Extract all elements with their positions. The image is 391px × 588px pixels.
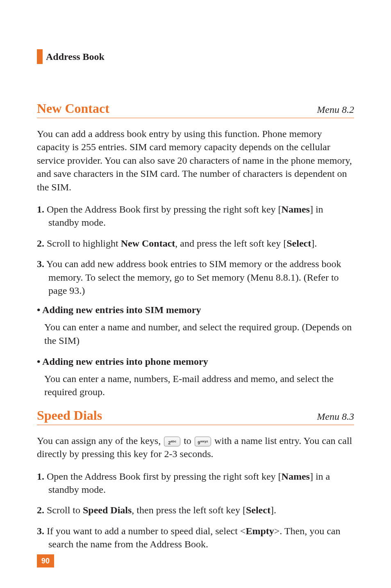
bullet-body: You can enter a name, numbers, E-mail ad…	[37, 372, 354, 399]
menu-item-name: Speed Dials	[83, 505, 132, 515]
section-title: Speed Dials	[37, 408, 102, 423]
step-text: , then press the left soft key [	[132, 505, 246, 515]
intro-text: to	[184, 435, 194, 446]
step-text: Open the Address Book first by pressing …	[44, 471, 282, 482]
placeholder-name: Empty	[246, 526, 274, 536]
softkey-name: Names	[282, 471, 310, 482]
page-number: 90	[37, 554, 54, 567]
step-text: Scroll to highlight	[44, 238, 121, 249]
menu-reference: Menu 8.3	[317, 411, 354, 422]
step-number: 1.	[37, 204, 44, 215]
step-text: , and press the left soft key [	[175, 238, 286, 249]
chapter-header: Address Book	[37, 49, 354, 64]
section-header-speed-dials: Speed Dials Menu 8.3	[37, 408, 354, 425]
intro-paragraph: You can add a address book entry by usin…	[37, 127, 354, 194]
keypad-2-icon: 2abc	[164, 437, 180, 446]
list-item: 1. Open the Address Book first by pressi…	[37, 203, 354, 229]
step-number: 3.	[37, 526, 44, 536]
bullet-heading: • Adding new entries into phone memory	[37, 356, 354, 367]
softkey-name: Names	[282, 204, 310, 215]
intro-paragraph: You can assign any of the keys, 2abc to …	[37, 434, 354, 461]
intro-text: You can assign any of the keys,	[37, 435, 163, 446]
menu-reference: Menu 8.2	[317, 104, 354, 115]
step-number: 2.	[37, 238, 44, 249]
step-text: ].	[311, 238, 317, 249]
step-text: ].	[271, 505, 276, 515]
bullet-heading: • Adding new entries into SIM memory	[37, 304, 354, 316]
step-text: If you want to add a number to speed dia…	[44, 526, 246, 536]
step-number: 3.	[37, 259, 44, 269]
chapter-title: Address Book	[46, 51, 105, 62]
step-text: You can add new address book entries to …	[44, 259, 341, 296]
section-header-new-contact: New Contact Menu 8.2	[37, 101, 354, 118]
softkey-name: Select	[286, 238, 311, 249]
list-item: 3. If you want to add a number to speed …	[37, 524, 354, 551]
step-text: Open the Address Book first by pressing …	[44, 204, 282, 215]
keypad-9-icon: 9wxyz	[195, 437, 211, 446]
step-number: 2.	[37, 505, 44, 515]
list-item: 1. Open the Address Book first by pressi…	[37, 470, 354, 496]
list-item: 2. Scroll to Speed Dials, then press the…	[37, 503, 354, 517]
menu-item-name: New Contact	[121, 238, 175, 249]
section-title: New Contact	[37, 101, 109, 116]
softkey-name: Select	[246, 505, 271, 515]
chapter-accent-bar	[37, 49, 43, 64]
step-text: Scroll to	[44, 505, 83, 515]
list-item: 3. You can add new address book entries …	[37, 257, 354, 297]
step-number: 1.	[37, 471, 44, 482]
bullet-body: You can enter a name and number, and sel…	[37, 320, 354, 347]
list-item: 2. Scroll to highlight New Contact, and …	[37, 237, 354, 250]
